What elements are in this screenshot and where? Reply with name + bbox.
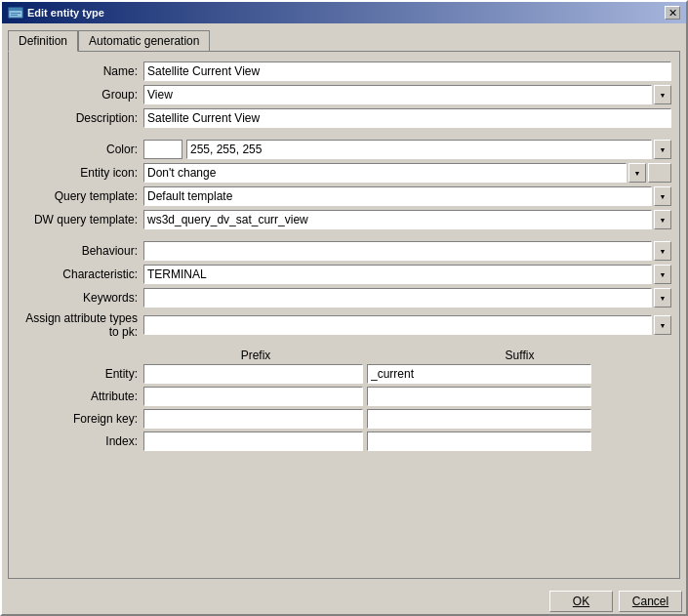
description-input[interactable]: [143, 108, 671, 128]
description-label: Description:: [17, 111, 143, 125]
chevron-down-icon: ▼: [660, 271, 667, 278]
foreign-key-suffix-input[interactable]: [367, 409, 591, 429]
dw-query-template-label: DW query template:: [17, 213, 143, 226]
svg-rect-1: [9, 8, 22, 11]
entity-icon-select-wrap: [143, 163, 627, 183]
name-label: Name:: [17, 64, 143, 78]
chevron-down-icon: ▼: [634, 170, 641, 177]
color-row: Color: ▼: [17, 140, 671, 159]
group-dropdown-btn[interactable]: ▼: [654, 85, 671, 104]
attribute-ps-label: Attribute:: [17, 390, 143, 403]
chevron-down-icon: ▼: [660, 92, 667, 99]
dw-query-template-input[interactable]: [143, 210, 652, 229]
tab-automatic-generation[interactable]: Automatic generation: [78, 30, 210, 52]
entity-suffix-input[interactable]: [367, 364, 591, 384]
group-input[interactable]: [143, 85, 652, 104]
tab-definition[interactable]: Definition: [8, 30, 78, 52]
dw-query-template-dropdown-btn[interactable]: ▼: [654, 210, 671, 229]
assign-attr-select-wrap: [143, 315, 652, 335]
dw-query-template-select-wrap: [143, 210, 652, 229]
characteristic-select-wrap: [143, 265, 652, 284]
group-row: Group: ▼: [17, 85, 671, 104]
tab-bar: Definition Automatic generation: [8, 29, 680, 51]
group-select-wrap: [143, 85, 652, 104]
color-control: ▼: [143, 140, 671, 159]
query-template-select-wrap: [143, 186, 652, 206]
color-text-input[interactable]: [186, 140, 652, 159]
tab-content-definition: Name: Group: ▼ Descripti: [8, 51, 680, 579]
entity-icon-extra-btn[interactable]: [648, 163, 671, 183]
entity-ps-label: Entity:: [17, 367, 143, 381]
behaviour-dropdown-btn[interactable]: ▼: [654, 241, 671, 261]
foreign-key-prefix-input[interactable]: [143, 409, 363, 429]
characteristic-label: Characteristic:: [17, 267, 143, 281]
dw-query-template-row: DW query template: ▼: [17, 210, 671, 229]
footer: OK Cancel: [2, 585, 686, 614]
index-prefix-input[interactable]: [143, 431, 363, 451]
name-row: Name:: [17, 62, 671, 81]
name-control: [143, 62, 671, 81]
attribute-prefix-input[interactable]: [143, 387, 363, 406]
svg-rect-3: [11, 15, 18, 16]
chevron-down-icon: ▼: [660, 217, 667, 224]
characteristic-input[interactable]: [143, 265, 652, 284]
keywords-dropdown-btn[interactable]: ▼: [654, 288, 671, 308]
svg-rect-2: [11, 13, 20, 14]
index-ps-row: Index:: [17, 431, 671, 451]
chevron-down-icon: ▼: [660, 193, 667, 200]
index-suffix-input[interactable]: [367, 431, 591, 451]
keywords-select-wrap: [143, 288, 652, 308]
query-template-control: ▼: [143, 186, 671, 206]
characteristic-dropdown-btn[interactable]: ▼: [654, 265, 671, 284]
keywords-row: Keywords: ▼: [17, 288, 671, 308]
keywords-control: ▼: [143, 288, 671, 308]
edit-entity-type-window: Edit entity type ✕ Definition Automatic …: [0, 0, 688, 616]
description-row: Description:: [17, 108, 671, 128]
group-label: Group:: [17, 88, 143, 102]
ok-button[interactable]: OK: [549, 591, 613, 612]
assign-attr-row: Assign attribute types to pk: ▼: [17, 311, 671, 339]
prefix-suffix-header: Prefix Suffix: [17, 349, 671, 362]
chevron-down-icon: ▼: [660, 248, 667, 255]
entity-icon-control: ▼: [143, 163, 671, 183]
keywords-input[interactable]: [143, 288, 652, 308]
prefix-suffix-section: Prefix Suffix Entity: Attribute:: [17, 349, 671, 454]
foreign-key-ps-row: Foreign key:: [17, 409, 671, 429]
entity-icon-dropdown-btn[interactable]: ▼: [628, 163, 646, 183]
window-body: Definition Automatic generation Name: Gr…: [2, 23, 686, 585]
entity-prefix-input[interactable]: [143, 364, 363, 384]
attribute-suffix-input[interactable]: [367, 387, 591, 406]
query-template-input[interactable]: [143, 186, 652, 206]
name-input[interactable]: [143, 62, 671, 81]
entity-ps-row: Entity:: [17, 364, 671, 384]
color-label: Color:: [17, 143, 143, 156]
query-template-label: Query template:: [17, 189, 143, 203]
dw-query-template-control: ▼: [143, 210, 671, 229]
assign-attr-dropdown-btn[interactable]: ▼: [654, 315, 671, 335]
characteristic-row: Characteristic: ▼: [17, 265, 671, 284]
index-ps-label: Index:: [17, 434, 143, 448]
assign-attr-control: ▼: [143, 315, 671, 335]
close-button[interactable]: ✕: [665, 6, 680, 20]
keywords-label: Keywords:: [17, 291, 143, 305]
group-control: ▼: [143, 85, 671, 104]
attribute-ps-row: Attribute:: [17, 387, 671, 406]
cancel-button[interactable]: Cancel: [619, 591, 682, 612]
title-bar-left: Edit entity type: [8, 5, 104, 21]
assign-attr-label: Assign attribute types to pk:: [17, 311, 143, 339]
behaviour-input[interactable]: [143, 241, 652, 261]
suffix-header-label: Suffix: [368, 349, 671, 362]
behaviour-select-wrap: [143, 241, 652, 261]
color-swatch[interactable]: [143, 140, 182, 159]
assign-attr-input[interactable]: [143, 315, 652, 335]
characteristic-control: ▼: [143, 265, 671, 284]
color-dropdown-btn[interactable]: ▼: [654, 140, 671, 159]
entity-icon-input[interactable]: [143, 163, 627, 183]
window-icon: [8, 5, 23, 21]
chevron-down-icon: ▼: [660, 146, 667, 153]
description-control: [143, 108, 671, 128]
prefix-header-label: Prefix: [143, 349, 368, 362]
behaviour-label: Behaviour:: [17, 244, 143, 258]
query-template-row: Query template: ▼: [17, 186, 671, 206]
query-template-dropdown-btn[interactable]: ▼: [654, 186, 671, 206]
